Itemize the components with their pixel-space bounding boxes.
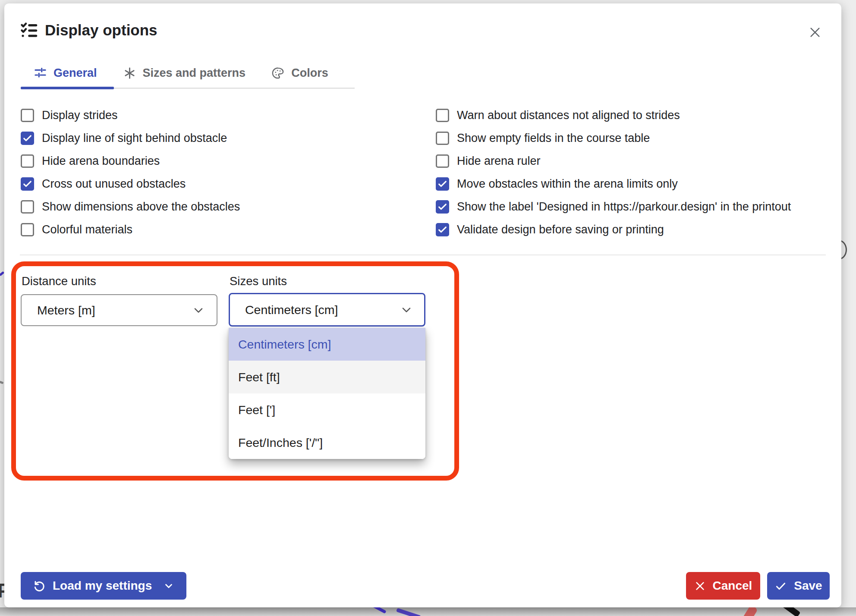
tab-bar: General Sizes and patterns Colors [21, 59, 341, 87]
chevron-down-icon [192, 303, 205, 317]
option-label: Feet/Inches ['/"] [238, 436, 323, 450]
tab-general[interactable]: General [21, 59, 110, 87]
save-button[interactable]: Save [767, 572, 830, 600]
asterisk-icon [123, 66, 136, 80]
save-label: Save [794, 579, 822, 593]
sizes-units-select[interactable]: Centimeters [cm] [229, 293, 425, 327]
checkbox-row-cross-out-unused[interactable]: Cross out unused obstacles [21, 173, 240, 195]
checkbox-row-warn-distances[interactable]: Warn about distances not aligned to stri… [436, 104, 791, 127]
load-my-settings-button[interactable]: Load my settings [21, 572, 186, 600]
background-course-mark [0, 380, 4, 384]
checkbox-label: Move obstacles within the arena limits o… [457, 177, 678, 191]
checkbox-column-left: Display strides Display line of sight be… [21, 104, 240, 241]
tab-label: Colors [291, 66, 328, 80]
checkbox-row-display-strides[interactable]: Display strides [21, 104, 240, 127]
checkbox[interactable] [436, 177, 449, 191]
checkbox-label: Hide arena boundaries [42, 154, 160, 168]
checkbox-label: Cross out unused obstacles [42, 177, 186, 191]
checkbox[interactable] [21, 109, 34, 122]
dropdown-option-feet-inches[interactable]: Feet/Inches ['/"] [229, 426, 425, 459]
tab-label: Sizes and patterns [143, 66, 246, 80]
close-icon[interactable] [805, 22, 825, 42]
x-icon [694, 580, 706, 592]
checkbox-label: Show the label 'Designed in https://park… [457, 200, 791, 214]
load-my-settings-label: Load my settings [53, 579, 152, 593]
chevron-down-icon [400, 303, 413, 317]
display-options-dialog: Display options General Sizes and patter… [4, 3, 841, 607]
checkbox[interactable] [436, 132, 449, 145]
section-divider [20, 255, 826, 255]
checkbox-label: Display line of sight behind obstacle [42, 132, 227, 145]
option-label: Centimeters [cm] [238, 337, 331, 352]
checkbox-row-colorful-materials[interactable]: Colorful materials [21, 218, 240, 241]
checkbox-row-move-within-limits[interactable]: Move obstacles within the arena limits o… [436, 173, 791, 195]
checklist-icon [20, 21, 38, 39]
checkbox[interactable] [21, 177, 34, 191]
dropdown-option-centimeters[interactable]: Centimeters [cm] [229, 328, 425, 361]
checkbox-column-right: Warn about distances not aligned to stri… [436, 104, 791, 241]
sizes-units-value: Centimeters [cm] [245, 303, 338, 317]
active-tab-indicator [21, 87, 114, 89]
checkbox[interactable] [436, 109, 449, 122]
footer-action-buttons: Cancel Save [686, 572, 830, 600]
checkbox-label: Validate design before saving or printin… [457, 223, 664, 236]
cancel-button[interactable]: Cancel [686, 572, 760, 600]
dialog-title: Display options [45, 22, 157, 39]
checkbox[interactable] [21, 132, 34, 145]
restore-icon [33, 579, 46, 592]
checkbox[interactable] [21, 200, 34, 214]
checkbox-row-show-dimensions[interactable]: Show dimensions above the obstacles [21, 195, 240, 218]
checkbox[interactable] [436, 223, 449, 236]
checkbox-label: Warn about distances not aligned to stri… [457, 109, 680, 122]
sizes-units-label: Sizes units [230, 274, 287, 288]
screen: P Display options [0, 0, 856, 616]
checkbox[interactable] [436, 154, 449, 168]
checkbox[interactable] [21, 223, 34, 236]
check-icon [774, 580, 787, 592]
background-course-area [0, 607, 856, 616]
cancel-label: Cancel [713, 579, 752, 593]
chevron-down-icon [163, 580, 174, 591]
checkbox-row-hide-arena-boundaries[interactable]: Hide arena boundaries [21, 150, 240, 173]
option-label: Feet ['] [238, 403, 275, 417]
checkbox-label: Hide arena ruler [457, 154, 541, 168]
checkbox-label: Show dimensions above the obstacles [42, 200, 240, 214]
checkbox-row-show-empty-fields[interactable]: Show empty fields in the course table [436, 127, 791, 150]
distance-units-label: Distance units [22, 274, 96, 288]
dropdown-option-feet-ft[interactable]: Feet [ft] [229, 361, 425, 393]
checkbox-row-line-of-sight[interactable]: Display line of sight behind obstacle [21, 127, 240, 150]
checkbox-label: Display strides [42, 109, 118, 122]
distance-units-value: Meters [m] [37, 303, 95, 317]
sizes-units-dropdown: Centimeters [cm] Feet [ft] Feet ['] Feet… [229, 328, 425, 459]
option-label: Feet [ft] [238, 370, 280, 384]
checkbox-label: Show empty fields in the course table [457, 132, 650, 145]
background-course-mark [0, 271, 4, 277]
tab-label: General [54, 66, 97, 80]
tune-icon [34, 66, 47, 80]
dropdown-option-feet-apostrophe[interactable]: Feet ['] [229, 393, 425, 426]
checkbox-label: Colorful materials [42, 223, 132, 236]
checkbox-row-validate-design[interactable]: Validate design before saving or printin… [436, 218, 791, 241]
tab-sizes-and-patterns[interactable]: Sizes and patterns [110, 59, 259, 87]
checkbox[interactable] [21, 154, 34, 168]
tab-colors[interactable]: Colors [258, 59, 341, 87]
checkbox-row-hide-arena-ruler[interactable]: Hide arena ruler [436, 150, 791, 173]
palette-icon [271, 66, 285, 80]
distance-units-select[interactable]: Meters [m] [21, 294, 217, 326]
checkbox-row-show-designed-label[interactable]: Show the label 'Designed in https://park… [436, 195, 791, 218]
checkbox[interactable] [436, 200, 449, 214]
